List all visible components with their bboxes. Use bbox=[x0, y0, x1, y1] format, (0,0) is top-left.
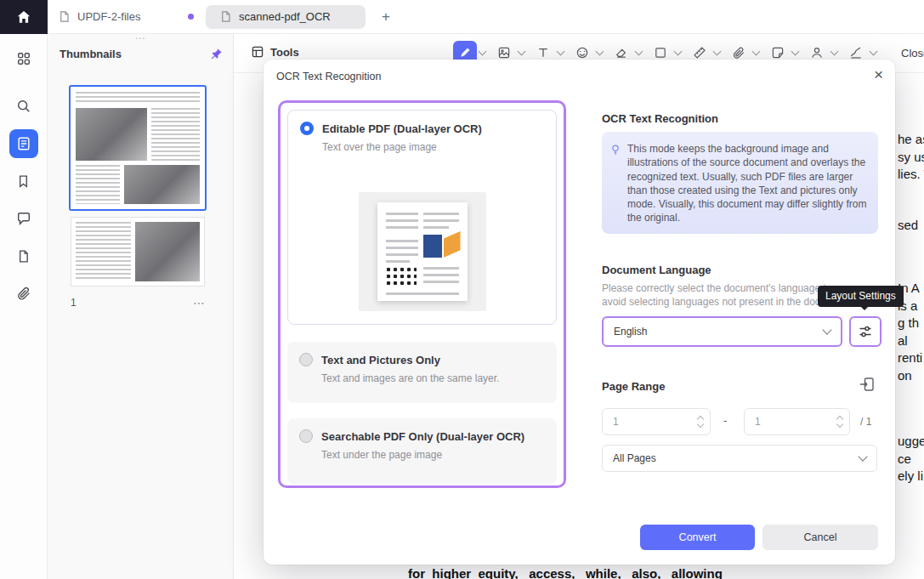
thumbnail-footer: 1 ⋯ bbox=[71, 296, 205, 309]
file-tab-icon bbox=[58, 10, 71, 23]
tab-label: scanned-pdf_OCR bbox=[239, 10, 331, 23]
bookmark-icon bbox=[16, 174, 31, 189]
dialog-close-button[interactable]: × bbox=[874, 66, 883, 82]
stepper-down-icon[interactable] bbox=[697, 421, 704, 428]
file-tab-icon bbox=[219, 10, 232, 23]
document-bottom-text: for higher equity, access, while, also, … bbox=[408, 566, 723, 579]
home-icon bbox=[16, 9, 31, 25]
sidebar-item-bookmarks[interactable] bbox=[9, 167, 38, 196]
page-thumbnail-selected[interactable] bbox=[69, 85, 207, 211]
thumbnails-header: Thumbnails bbox=[60, 48, 223, 60]
illustration-table bbox=[386, 267, 417, 287]
thumbnails-title: Thumbnails bbox=[60, 48, 122, 60]
thumbnail-row bbox=[76, 165, 200, 204]
radio-selected-icon[interactable] bbox=[300, 122, 314, 135]
page-to-value: 1 bbox=[755, 416, 837, 428]
sidebar-item-comments[interactable] bbox=[9, 204, 38, 233]
mode-info-text: This mode keeps the background image and… bbox=[627, 143, 866, 224]
illustration-chart-orange bbox=[444, 231, 461, 258]
document-text-fragment: al bbox=[898, 333, 908, 348]
thumbnail-row bbox=[76, 108, 200, 161]
radio-unselected-icon[interactable] bbox=[299, 429, 313, 443]
layout-settings-button[interactable] bbox=[849, 316, 881, 347]
option-description: Text and images are on the same layer. bbox=[321, 372, 545, 384]
document-text-fragment: lies. T bbox=[898, 167, 924, 181]
page-total: / 1 bbox=[860, 416, 871, 428]
scope-selected-value: All Pages bbox=[613, 452, 859, 464]
radio-row[interactable]: Searchable PDF Only (Dual-layer OCR) bbox=[299, 429, 545, 443]
page-number: 1 bbox=[71, 297, 77, 309]
document-text-fragment: he as bbox=[898, 132, 924, 146]
thumbnail-photo-block bbox=[135, 222, 200, 281]
sidebar-item-thumbnails[interactable] bbox=[9, 129, 38, 158]
page-scope-select[interactable]: All Pages bbox=[602, 445, 877, 472]
chevron-down-icon bbox=[822, 325, 831, 334]
language-select[interactable]: English bbox=[602, 316, 842, 347]
document-text-fragment: ely li bbox=[898, 468, 923, 483]
ocr-dialog: OCR Text Recognition × Editable PDF (Dua… bbox=[264, 60, 895, 565]
document-text-fragment: ugges bbox=[898, 434, 924, 448]
page-to-input[interactable]: 1 bbox=[744, 408, 850, 435]
pin-panel-button[interactable] bbox=[210, 48, 223, 60]
pin-icon bbox=[210, 48, 223, 60]
radio-unselected-icon[interactable] bbox=[299, 353, 313, 366]
language-selected-value: English bbox=[614, 326, 824, 338]
search-icon bbox=[16, 99, 31, 114]
layout-settings-tooltip: Layout Settings bbox=[818, 286, 904, 307]
sidebar-item-search[interactable] bbox=[9, 92, 38, 121]
unsaved-changes-dot bbox=[188, 14, 194, 20]
navigation-sidebar bbox=[0, 34, 48, 579]
stepper-down-icon[interactable] bbox=[836, 421, 843, 428]
page-from-input[interactable]: 1 bbox=[602, 408, 711, 435]
document-text-fragment: g th bbox=[898, 315, 919, 330]
panel-drag-handle[interactable]: ⋯ bbox=[135, 32, 146, 44]
thumbnails-icon bbox=[16, 136, 31, 151]
tab-scanned-pdf-ocr[interactable]: scanned-pdf_OCR bbox=[206, 5, 366, 29]
document-text-fragment: renti bbox=[898, 350, 922, 365]
comment-icon bbox=[16, 211, 31, 226]
page-from-value: 1 bbox=[613, 416, 698, 428]
page-icon bbox=[16, 249, 31, 264]
radio-row[interactable]: Editable PDF (Dual-layer OCR) bbox=[300, 122, 544, 135]
sidebar-item-pages[interactable] bbox=[9, 241, 38, 270]
tooltip-arrow bbox=[860, 306, 869, 315]
option-label: Text and Pictures Only bbox=[321, 354, 440, 366]
thumbnail-photo-block bbox=[124, 165, 200, 204]
editable-pdf-illustration bbox=[359, 192, 486, 311]
chevron-down-icon bbox=[858, 451, 867, 461]
paperclip-icon bbox=[16, 286, 31, 301]
option-label: Searchable PDF Only (Dual-layer OCR) bbox=[321, 430, 524, 443]
thumbnail-more-button[interactable]: ⋯ bbox=[193, 296, 205, 309]
cancel-button[interactable]: Cancel bbox=[762, 525, 878, 550]
thumbnail-text-block bbox=[76, 92, 200, 104]
document-text-fragment: sy us bbox=[898, 150, 924, 164]
thumbnails-panel: ⋯ Thumbnails 1 ⋯ bbox=[48, 34, 234, 579]
thumbnail-photo-block bbox=[76, 108, 147, 161]
document-text-fragment: sed bbox=[898, 218, 918, 232]
convert-button[interactable]: Convert bbox=[640, 525, 755, 550]
new-tab-button[interactable]: + bbox=[377, 9, 394, 26]
dialog-title: OCR Text Recognition bbox=[276, 71, 381, 82]
radio-row[interactable]: Text and Pictures Only bbox=[299, 353, 545, 366]
option-searchable-pdf[interactable]: Searchable PDF Only (Dual-layer OCR) Tex… bbox=[287, 418, 557, 484]
option-text-and-pictures[interactable]: Text and Pictures Only Text and images a… bbox=[287, 342, 557, 403]
mode-info-box: This mode keeps the background image and… bbox=[602, 132, 878, 234]
page-thumbnail-2[interactable] bbox=[71, 217, 205, 287]
thumbnail-text-block bbox=[76, 165, 120, 204]
home-button[interactable] bbox=[0, 0, 48, 34]
sidebar-item-attachments[interactable] bbox=[9, 279, 38, 308]
option-label: Editable PDF (Dual-layer OCR) bbox=[322, 122, 482, 135]
tab-updf-2-files[interactable]: UPDF-2-files bbox=[48, 0, 204, 34]
illustration-chart-blue bbox=[423, 235, 442, 258]
ocr-mode-options-frame: Editable PDF (Dual-layer OCR) Text over … bbox=[278, 100, 566, 488]
custom-range-icon[interactable] bbox=[859, 376, 876, 393]
document-text-fragment: ce bbox=[898, 451, 911, 466]
stepper bbox=[698, 417, 703, 427]
option-editable-pdf[interactable]: Editable PDF (Dual-layer OCR) Text over … bbox=[287, 110, 557, 325]
tab-bar: UPDF-2-files scanned-pdf_OCR + bbox=[0, 0, 924, 34]
option-description: Text under the page image bbox=[321, 449, 545, 461]
sidebar-item-apps[interactable] bbox=[9, 44, 38, 73]
thumbnail-text-block bbox=[151, 108, 200, 161]
option-description: Text over the page image bbox=[322, 141, 544, 153]
settings-heading: OCR Text Recognition bbox=[602, 112, 718, 125]
